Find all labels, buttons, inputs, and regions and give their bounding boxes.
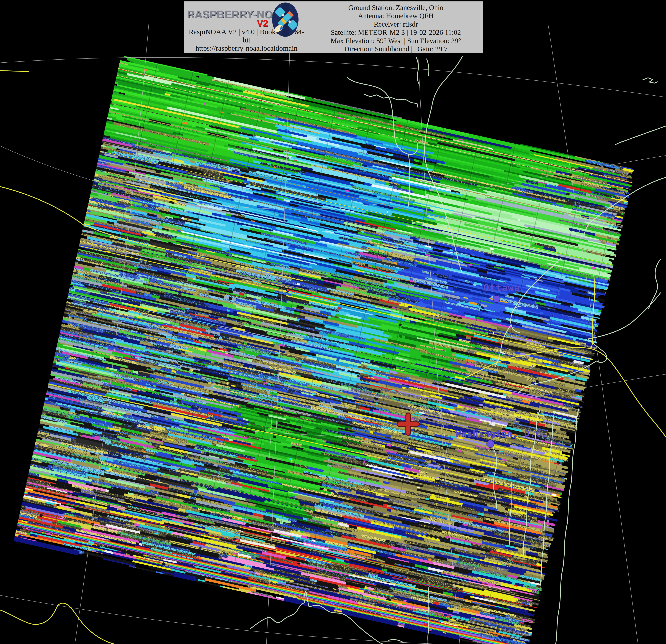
- banner-left: RASPBERRY-NOAA V2: [184, 1, 309, 53]
- coastline-path: [615, 126, 666, 145]
- v2-badge: V2: [257, 18, 268, 29]
- header-banner: RASPBERRY-NOAA V2: [184, 1, 483, 53]
- coastline-path: [649, 259, 661, 308]
- info-line-antenna: Antenna: Homebrew QFH: [309, 12, 483, 20]
- graticule-parallel: [0, 57, 666, 97]
- info-line-satellite: Satellite: METEOR-M2 3 | 19-02-2026 11:0…: [309, 28, 483, 37]
- info-line-direction: Direction: Southbound | | Gain: 29.7: [309, 45, 483, 53]
- coastline-path: [643, 78, 658, 83]
- info-line-ground-station: Ground Station: Zanesville, Ohio: [309, 3, 483, 12]
- info-line-receiver: Receiver: rtlsdr: [309, 20, 483, 28]
- coastline-path: [416, 57, 429, 84]
- satellite-logo-icon: [272, 2, 299, 37]
- screenshot-root: Ottawa Washington, D.C. RASPBERRY-NOAA V…: [0, 0, 666, 644]
- logo-area: RASPBERRY-NOAA V2: [184, 1, 309, 28]
- satellite-noise-canvas: [14, 55, 635, 644]
- banner-url: https://raspberry-noaa.localdomain: [184, 44, 309, 52]
- border-path: [0, 603, 114, 644]
- coastline-path: [388, 640, 403, 642]
- banner-info: Ground Station: Zanesville, Ohio Antenna…: [309, 1, 483, 53]
- coastline-path: [364, 94, 418, 108]
- info-line-elevation: Max Elevation: 59° West | Sun Elevation:…: [309, 37, 483, 45]
- satellite-swath: [14, 55, 635, 644]
- border-path: [0, 71, 29, 71]
